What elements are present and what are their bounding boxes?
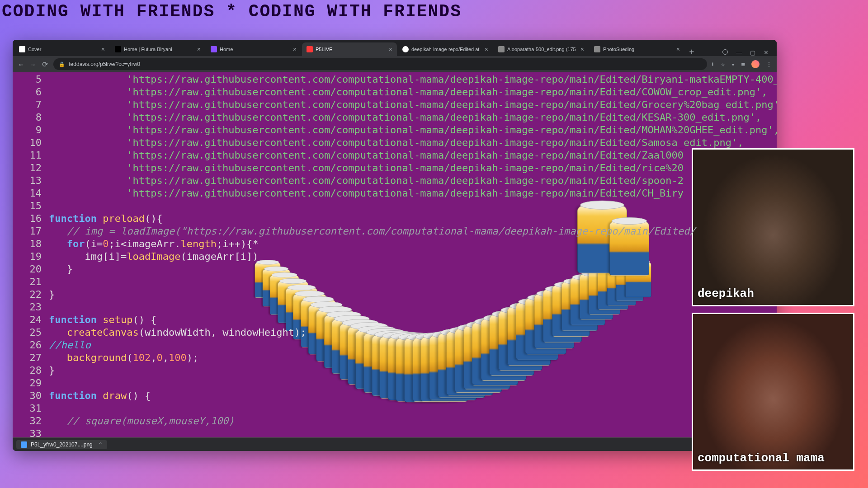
reading-list-icon[interactable]: ≡: [741, 61, 745, 68]
download-icon[interactable]: ⬇: [711, 61, 714, 68]
code-line[interactable]: 20 }: [13, 263, 777, 276]
code-line[interactable]: 18 for(i=0;i<imageArr.length;i++){*: [13, 238, 777, 250]
code-line[interactable]: 27 background(102,0,100);: [13, 352, 777, 364]
tab-label: Alooparatha-500_edit.png (175: [507, 47, 578, 52]
line-number: 25: [13, 326, 49, 339]
tab-label: Home | Futura Biryani: [124, 47, 194, 52]
maximize-button[interactable]: ▢: [750, 49, 755, 56]
new-tab-button[interactable]: +: [685, 47, 698, 56]
page-banner: CODING WITH FRIENDS * CODING WITH FRIEND…: [0, 0, 868, 21]
code-content: createCanvas(windowWidth, windowHeight);: [49, 326, 307, 339]
code-line[interactable]: 22}: [13, 288, 777, 301]
close-icon[interactable]: ×: [389, 46, 392, 52]
line-number: 11: [13, 149, 49, 162]
url-text: teddavis.org/p5live/?cc=yfrw0: [69, 61, 140, 67]
reload-button[interactable]: ⟳: [40, 58, 50, 70]
code-line[interactable]: 6 'https://raw.githubusercontent.com/com…: [13, 86, 777, 99]
close-icon[interactable]: ×: [101, 46, 105, 52]
close-icon[interactable]: ×: [293, 46, 297, 52]
close-icon[interactable]: ×: [197, 46, 201, 52]
code-line[interactable]: 17 // img = loadImage("https://raw.githu…: [13, 225, 777, 238]
line-number: 26: [13, 339, 49, 352]
code-line[interactable]: 21: [13, 276, 777, 288]
code-line[interactable]: 14 'https://raw.githubusercontent.com/co…: [13, 187, 777, 200]
webcam-label: computational mama: [698, 451, 825, 465]
code-line[interactable]: 28}: [13, 364, 777, 377]
code-line[interactable]: 12 'https://raw.githubusercontent.com/co…: [13, 162, 777, 174]
code-content: 'https://raw.githubusercontent.com/compu…: [49, 174, 684, 187]
line-number: 21: [13, 276, 49, 288]
code-line[interactable]: 10 'https://raw.githubusercontent.com/co…: [13, 136, 777, 149]
code-line[interactable]: 13 'https://raw.githubusercontent.com/co…: [13, 174, 777, 187]
line-number: 30: [13, 389, 49, 402]
code-line[interactable]: 23: [13, 301, 777, 314]
close-icon[interactable]: ×: [485, 46, 488, 52]
code-line[interactable]: 30function draw() {: [13, 389, 777, 402]
code-line[interactable]: 32 // square(mouseX,mouseY,100): [13, 415, 777, 427]
line-number: 31: [13, 402, 49, 415]
minimize-button[interactable]: —: [736, 49, 742, 56]
tab-alooparatha[interactable]: Alooparatha-500_edit.png (175 ×: [494, 42, 589, 56]
code-line[interactable]: 15: [13, 200, 777, 212]
tab-github[interactable]: deepikah-image-repo/Edited at ×: [398, 42, 493, 56]
code-line[interactable]: 16function preload(){: [13, 212, 777, 225]
file-icon: [21, 441, 27, 448]
tab-label: Cover: [28, 47, 99, 52]
tab-photosueding[interactable]: PhotoSueding ×: [590, 42, 684, 56]
forward-button[interactable]: →: [29, 58, 37, 70]
account-icon[interactable]: [722, 49, 728, 55]
code-line[interactable]: 29: [13, 377, 777, 389]
code-line[interactable]: 31: [13, 402, 777, 415]
close-icon[interactable]: ×: [676, 46, 680, 52]
code-line[interactable]: 9 'https://raw.githubusercontent.com/com…: [13, 124, 777, 136]
code-line[interactable]: 7 'https://raw.githubusercontent.com/com…: [13, 99, 777, 111]
close-window-button[interactable]: ✕: [764, 49, 769, 56]
favicon-icon: [594, 46, 600, 52]
code-line[interactable]: 5 'https://raw.githubusercontent.com/com…: [13, 73, 777, 86]
code-editor[interactable]: 5 'https://raw.githubusercontent.com/com…: [13, 72, 777, 437]
url-input[interactable]: 🔒 teddavis.org/p5live/?cc=yfrw0: [53, 58, 707, 70]
download-shelf: P5L_yfrw0_202107....png ⌃: [13, 437, 777, 451]
close-icon[interactable]: ×: [580, 46, 584, 52]
tab-futura[interactable]: Home | Futura Biryani ×: [110, 42, 205, 56]
tab-cover[interactable]: Cover ×: [14, 42, 109, 56]
download-item[interactable]: P5L_yfrw0_202107....png ⌃: [16, 440, 107, 449]
code-content: 'https://raw.githubusercontent.com/compu…: [49, 149, 684, 162]
line-number: 33: [13, 427, 49, 437]
favicon-icon: [307, 46, 313, 52]
code-content: background(102,0,100);: [49, 352, 198, 364]
code-content: }: [49, 263, 73, 276]
code-content: img[i]=loadImage(imageArr[i]): [49, 250, 259, 263]
download-filename: P5L_yfrw0_202107....png: [31, 441, 93, 448]
profile-avatar[interactable]: [751, 60, 760, 68]
code-line[interactable]: 26//hello: [13, 339, 777, 352]
code-content: 'https://raw.githubusercontent.com/compu…: [49, 124, 777, 136]
line-number: 29: [13, 377, 49, 389]
favicon-icon: [115, 46, 121, 52]
line-number: 5: [13, 73, 49, 86]
line-number: 19: [13, 250, 49, 263]
code-content: for(i=0;i<imageArr.length;i++){*: [49, 238, 259, 250]
code-content: // img = loadImage("https://raw.githubus…: [49, 225, 696, 238]
code-content: // square(mouseX,mouseY,100): [49, 415, 235, 427]
tab-label: deepikah-image-repo/Edited at: [411, 47, 482, 52]
chevron-up-icon[interactable]: ⌃: [98, 441, 103, 448]
code-content: }: [49, 364, 55, 377]
code-content: 'https://raw.githubusercontent.com/compu…: [49, 187, 684, 200]
tab-p5live[interactable]: P5LIVE ×: [302, 42, 397, 56]
code-line[interactable]: 8 'https://raw.githubusercontent.com/com…: [13, 111, 777, 124]
extensions-icon[interactable]: ✦: [731, 61, 735, 68]
tab-strip: Cover × Home | Futura Biryani × Home × P…: [13, 40, 777, 56]
code-line[interactable]: 19 img[i]=loadImage(imageArr[i]): [13, 250, 777, 263]
tab-home[interactable]: Home ×: [206, 42, 301, 56]
window-controls: — ▢ ✕: [716, 49, 775, 56]
code-line[interactable]: 33: [13, 427, 777, 437]
star-icon[interactable]: ☆: [721, 61, 725, 68]
menu-icon[interactable]: ⋮: [766, 61, 772, 68]
code-line[interactable]: 25 createCanvas(windowWidth, windowHeigh…: [13, 326, 777, 339]
favicon-icon: [211, 46, 217, 52]
line-number: 27: [13, 352, 49, 364]
code-line[interactable]: 11 'https://raw.githubusercontent.com/co…: [13, 149, 777, 162]
back-button[interactable]: ←: [17, 58, 25, 70]
code-line[interactable]: 24function setup() {: [13, 314, 777, 326]
